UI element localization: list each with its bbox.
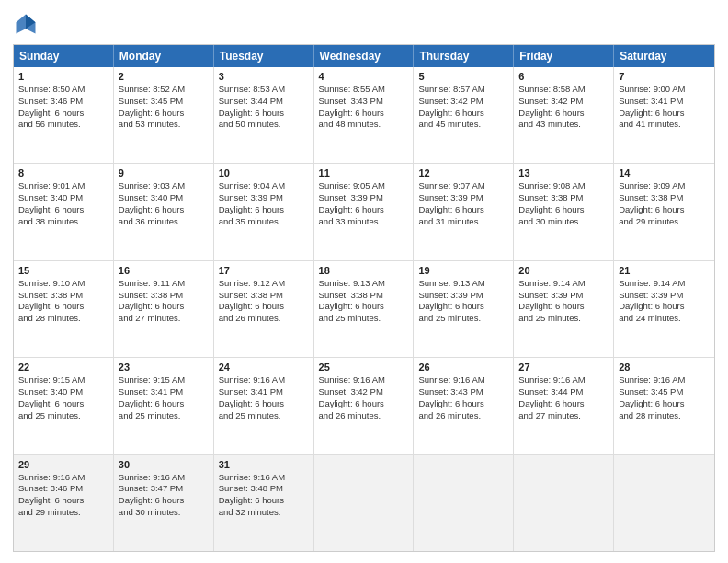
cell-line-0: Sunrise: 9:05 AM [319, 180, 409, 192]
day-number: 20 [518, 265, 609, 276]
cell-line-1: Sunset: 3:38 PM [18, 290, 108, 302]
day-cell-18: 18Sunrise: 9:13 AMSunset: 3:38 PMDayligh… [314, 261, 415, 357]
day-cell-22: 22Sunrise: 9:15 AMSunset: 3:40 PMDayligh… [14, 358, 114, 454]
cell-line-2: Daylight: 6 hours [619, 301, 710, 313]
cell-line-3: and 27 minutes. [119, 313, 209, 325]
cell-line-3: and 27 minutes. [518, 410, 609, 422]
cell-line-3: and 29 minutes. [18, 507, 108, 519]
cell-line-0: Sunrise: 9:04 AM [219, 180, 309, 192]
cell-line-3: and 43 minutes. [518, 119, 609, 131]
cell-line-3: and 30 minutes. [518, 216, 609, 228]
day-number: 27 [518, 362, 609, 373]
day-number: 14 [619, 167, 710, 178]
day-number: 5 [418, 71, 508, 82]
cell-line-0: Sunrise: 9:07 AM [418, 180, 508, 192]
week-row-4: 22Sunrise: 9:15 AMSunset: 3:40 PMDayligh… [14, 357, 714, 454]
day-number: 28 [619, 362, 710, 373]
header-day-tuesday: Tuesday [214, 45, 314, 67]
week-row-1: 1Sunrise: 8:50 AMSunset: 3:46 PMDaylight… [14, 67, 714, 163]
cell-line-2: Daylight: 6 hours [518, 204, 609, 216]
cell-line-1: Sunset: 3:46 PM [18, 483, 108, 495]
cell-line-0: Sunrise: 8:50 AM [18, 84, 108, 96]
day-number: 9 [119, 167, 209, 178]
cell-line-1: Sunset: 3:42 PM [418, 96, 508, 108]
day-cell-15: 15Sunrise: 9:10 AMSunset: 3:38 PMDayligh… [14, 261, 114, 357]
cell-line-3: and 33 minutes. [319, 216, 409, 228]
cell-line-1: Sunset: 3:48 PM [219, 483, 309, 495]
cell-line-2: Daylight: 6 hours [319, 108, 409, 120]
day-number: 19 [418, 265, 508, 276]
cell-line-1: Sunset: 3:38 PM [219, 290, 309, 302]
day-cell-21: 21Sunrise: 9:14 AMSunset: 3:39 PMDayligh… [614, 261, 714, 357]
day-number: 31 [219, 459, 309, 470]
cell-line-2: Daylight: 6 hours [119, 301, 209, 313]
day-number: 6 [518, 71, 609, 82]
day-cell-3: 3Sunrise: 8:53 AMSunset: 3:44 PMDaylight… [214, 67, 314, 163]
cell-line-0: Sunrise: 9:13 AM [418, 278, 508, 290]
cell-line-3: and 50 minutes. [219, 119, 309, 131]
day-number: 8 [18, 167, 108, 178]
cell-line-2: Daylight: 6 hours [619, 108, 710, 120]
cell-line-0: Sunrise: 8:57 AM [418, 84, 508, 96]
header-day-sunday: Sunday [14, 45, 114, 67]
cell-line-0: Sunrise: 9:12 AM [219, 278, 309, 290]
calendar-header: SundayMondayTuesdayWednesdayThursdayFrid… [14, 45, 714, 67]
cell-line-3: and 25 minutes. [319, 313, 409, 325]
day-cell-2: 2Sunrise: 8:52 AMSunset: 3:45 PMDaylight… [114, 67, 214, 163]
cell-line-1: Sunset: 3:43 PM [418, 386, 508, 398]
cell-line-3: and 26 minutes. [319, 410, 409, 422]
cell-line-3: and 56 minutes. [18, 119, 108, 131]
cell-line-3: and 25 minutes. [18, 410, 108, 422]
day-cell-29: 29Sunrise: 9:16 AMSunset: 3:46 PMDayligh… [14, 455, 114, 551]
cell-line-1: Sunset: 3:46 PM [18, 96, 108, 108]
cell-line-1: Sunset: 3:44 PM [219, 96, 309, 108]
day-cell-23: 23Sunrise: 9:15 AMSunset: 3:41 PMDayligh… [114, 358, 214, 454]
cell-line-0: Sunrise: 9:16 AM [119, 472, 209, 484]
day-cell-31: 31Sunrise: 9:16 AMSunset: 3:48 PMDayligh… [214, 455, 314, 551]
cell-line-3: and 41 minutes. [619, 119, 710, 131]
cell-line-1: Sunset: 3:40 PM [119, 192, 209, 204]
day-cell-17: 17Sunrise: 9:12 AMSunset: 3:38 PMDayligh… [214, 261, 314, 357]
cell-line-2: Daylight: 6 hours [219, 398, 309, 410]
cell-line-1: Sunset: 3:41 PM [219, 386, 309, 398]
header-day-wednesday: Wednesday [314, 45, 415, 67]
cell-line-3: and 53 minutes. [119, 119, 209, 131]
cell-line-2: Daylight: 6 hours [18, 495, 108, 507]
cell-line-3: and 30 minutes. [119, 507, 209, 519]
cell-line-1: Sunset: 3:39 PM [518, 290, 609, 302]
cell-line-1: Sunset: 3:38 PM [518, 192, 609, 204]
cell-line-0: Sunrise: 9:08 AM [518, 180, 609, 192]
day-cell-27: 27Sunrise: 9:16 AMSunset: 3:44 PMDayligh… [514, 358, 614, 454]
day-cell-4: 4Sunrise: 8:55 AMSunset: 3:43 PMDaylight… [314, 67, 415, 163]
day-cell-5: 5Sunrise: 8:57 AMSunset: 3:42 PMDaylight… [414, 67, 514, 163]
cell-line-3: and 24 minutes. [619, 313, 710, 325]
cell-line-3: and 28 minutes. [619, 410, 710, 422]
day-cell-20: 20Sunrise: 9:14 AMSunset: 3:39 PMDayligh… [514, 261, 614, 357]
cell-line-3: and 48 minutes. [319, 119, 409, 131]
empty-cell [414, 455, 514, 551]
day-cell-7: 7Sunrise: 9:00 AMSunset: 3:41 PMDaylight… [614, 67, 714, 163]
cell-line-0: Sunrise: 9:13 AM [319, 278, 409, 290]
day-number: 3 [219, 71, 309, 82]
cell-line-3: and 35 minutes. [219, 216, 309, 228]
header [13, 11, 715, 37]
cell-line-1: Sunset: 3:42 PM [319, 386, 409, 398]
header-day-monday: Monday [114, 45, 214, 67]
cell-line-0: Sunrise: 9:15 AM [18, 374, 108, 386]
header-day-thursday: Thursday [414, 45, 514, 67]
cell-line-0: Sunrise: 9:16 AM [319, 374, 409, 386]
cell-line-2: Daylight: 6 hours [518, 301, 609, 313]
day-cell-14: 14Sunrise: 9:09 AMSunset: 3:38 PMDayligh… [614, 164, 714, 259]
cell-line-3: and 38 minutes. [18, 216, 108, 228]
cell-line-0: Sunrise: 8:55 AM [319, 84, 409, 96]
cell-line-0: Sunrise: 9:16 AM [518, 374, 609, 386]
cell-line-1: Sunset: 3:44 PM [518, 386, 609, 398]
page: SundayMondayTuesdayWednesdayThursdayFrid… [0, 0, 728, 563]
day-cell-11: 11Sunrise: 9:05 AMSunset: 3:39 PMDayligh… [314, 164, 415, 259]
cell-line-1: Sunset: 3:39 PM [219, 192, 309, 204]
day-cell-12: 12Sunrise: 9:07 AMSunset: 3:39 PMDayligh… [414, 164, 514, 259]
cell-line-1: Sunset: 3:47 PM [119, 483, 209, 495]
day-number: 11 [319, 167, 409, 178]
cell-line-2: Daylight: 6 hours [319, 204, 409, 216]
cell-line-2: Daylight: 6 hours [18, 204, 108, 216]
